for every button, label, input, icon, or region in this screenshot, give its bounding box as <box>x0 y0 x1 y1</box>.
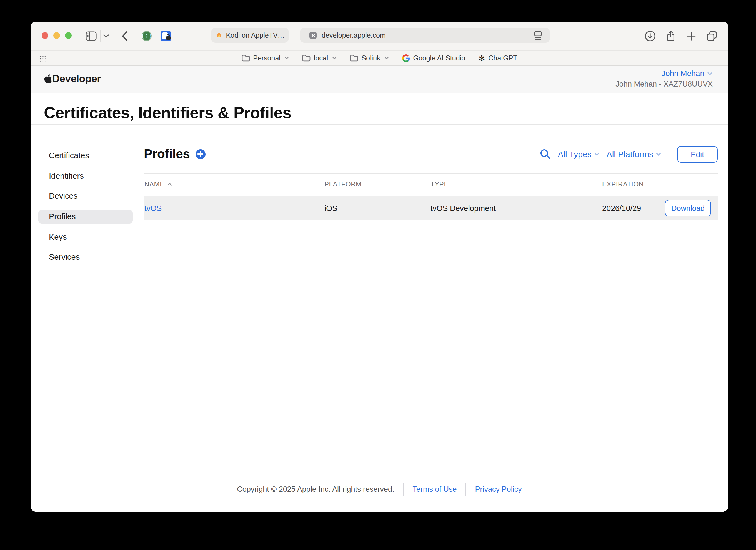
tab-overview-icon[interactable] <box>706 30 718 42</box>
new-tab-icon[interactable] <box>687 31 696 41</box>
profiles-heading: Profiles <box>144 147 190 162</box>
privacy-policy-link[interactable]: Privacy Policy <box>475 485 522 493</box>
site-favicon <box>309 32 317 39</box>
folder-icon <box>350 54 358 62</box>
url-text: developer.apple.com <box>322 31 386 39</box>
sidebar-item-devices[interactable]: Devices <box>38 190 133 204</box>
page-title-bar: Certificates, Identifiers & Profiles <box>31 93 728 125</box>
filter-label: All Platforms <box>607 149 653 159</box>
sidebar-item-certificates[interactable]: Certificates <box>38 149 133 163</box>
table-header: NAME PLATFORM TYPE EXPIRATION <box>144 173 718 195</box>
footer-divider <box>466 483 466 496</box>
tab-title: Kodi on AppleTV… <box>226 31 284 39</box>
plus-icon <box>197 151 204 157</box>
profile-name-link[interactable]: tvOS <box>144 204 162 213</box>
search-icon[interactable] <box>540 149 550 159</box>
google-icon <box>402 54 410 62</box>
terms-of-use-link[interactable]: Terms of Use <box>413 485 457 493</box>
account-menu-link[interactable]: John Mehan <box>662 68 713 79</box>
column-header-expiration[interactable]: EXPIRATION <box>602 180 644 188</box>
table-row: tvOS iOS tvOS Development 2026/10/29 Dow… <box>144 197 718 220</box>
browser-toolbar: {⋮} Kodi on AppleTV… dev <box>31 22 728 50</box>
sidebar-item-identifiers[interactable]: Identifiers <box>38 169 133 183</box>
chevron-down-icon <box>656 152 661 156</box>
column-header-platform[interactable]: PLATFORM <box>324 180 362 188</box>
bookmark-folder-solink[interactable]: Solink <box>350 54 389 62</box>
bookmark-folder-local[interactable]: local <box>302 54 336 62</box>
chevron-down-icon <box>384 57 389 59</box>
profile-platform: iOS <box>324 204 337 213</box>
site-footer: Copyright © 2025 Apple Inc. All rights r… <box>31 472 728 512</box>
filter-all-types[interactable]: All Types <box>558 149 599 159</box>
filter-label: All Types <box>558 149 591 159</box>
chevron-down-icon[interactable] <box>103 34 109 38</box>
sidebar: Certificates Identifiers Devices Profile… <box>31 125 144 472</box>
filter-all-platforms[interactable]: All Platforms <box>607 149 661 159</box>
page-title: Certificates, Identifiers & Profiles <box>44 104 728 121</box>
chevron-down-icon <box>594 152 599 156</box>
apple-developer-logo[interactable]: Developer <box>44 73 101 85</box>
sidebar-item-profiles[interactable]: Profiles <box>38 210 133 224</box>
download-button[interactable]: Download <box>665 200 711 217</box>
tab-kodi-on-appletv[interactable]: Kodi on AppleTV… <box>211 28 289 43</box>
bookmark-label: ChatGPT <box>489 54 517 62</box>
profiles-section: Profiles All Types <box>144 125 718 472</box>
profile-type: tvOS Development <box>430 204 496 213</box>
apple-icon <box>44 74 52 84</box>
sidebar-item-keys[interactable]: Keys <box>38 230 133 244</box>
minimize-window-button[interactable] <box>53 32 60 39</box>
back-button-icon[interactable] <box>122 31 128 41</box>
chevron-down-icon <box>707 71 713 75</box>
footer-divider <box>403 483 404 496</box>
sort-asc-icon <box>167 183 172 186</box>
screen: {⋮} Kodi on AppleTV… dev <box>0 0 756 550</box>
tab-developer-apple-com[interactable]: developer.apple.com <box>300 28 550 43</box>
toolbar-divider <box>100 30 101 42</box>
bookmark-label: Personal <box>253 54 281 62</box>
extension-json-icon[interactable]: {⋮} <box>142 31 152 41</box>
share-icon[interactable] <box>665 30 676 42</box>
page-format-icon[interactable] <box>534 31 542 42</box>
account-name: John Mehan <box>662 68 704 79</box>
edit-button[interactable]: Edit <box>677 146 718 162</box>
chatgpt-icon: ✻ <box>479 54 485 62</box>
account-area: John Mehan John Mehan - XAZ7U8UUVX <box>615 68 713 90</box>
favorites-grid-icon[interactable] <box>39 55 47 65</box>
column-header-name[interactable]: NAME <box>144 180 172 188</box>
safari-window: {⋮} Kodi on AppleTV… dev <box>31 22 728 512</box>
add-profile-button[interactable] <box>196 149 206 159</box>
bookmark-label: local <box>314 54 328 62</box>
account-detail: John Mehan - XAZ7U8UUVX <box>615 79 713 90</box>
bookmark-label: Google AI Studio <box>413 54 465 62</box>
folder-icon <box>302 54 311 62</box>
chevron-down-icon <box>332 57 336 59</box>
column-header-type[interactable]: TYPE <box>430 180 449 188</box>
fire-icon <box>215 31 222 39</box>
bookmark-chatgpt[interactable]: ✻ ChatGPT <box>479 54 517 62</box>
brand-label: Developer <box>52 73 101 85</box>
downloads-icon[interactable] <box>644 30 656 42</box>
close-window-button[interactable] <box>42 32 48 39</box>
sidebar-toggle-icon[interactable] <box>86 31 97 41</box>
bookmark-label: Solink <box>361 54 380 62</box>
sidebar-item-services[interactable]: Services <box>38 251 133 265</box>
bookmark-google-ai-studio[interactable]: Google AI Studio <box>402 54 465 62</box>
column-label: NAME <box>144 180 164 188</box>
bookmark-folder-personal[interactable]: Personal <box>241 54 289 62</box>
bookmarks-bar: Personal local Solink <box>31 50 728 66</box>
profiles-header-row: Profiles All Types <box>144 125 718 173</box>
filters-group: All Types All Platforms Edit <box>540 146 718 162</box>
developer-site-header: Developer John Mehan John Mehan - XAZ7U8… <box>31 66 728 93</box>
extension-privacy-lock-icon[interactable] <box>161 31 171 41</box>
content-area: Certificates Identifiers Devices Profile… <box>31 125 728 472</box>
chevron-down-icon <box>284 57 289 59</box>
profile-expiration: 2026/10/29 <box>602 204 641 213</box>
folder-icon <box>241 54 250 62</box>
zoom-window-button[interactable] <box>65 32 72 39</box>
copyright-text: Copyright © 2025 Apple Inc. All rights r… <box>237 485 394 493</box>
